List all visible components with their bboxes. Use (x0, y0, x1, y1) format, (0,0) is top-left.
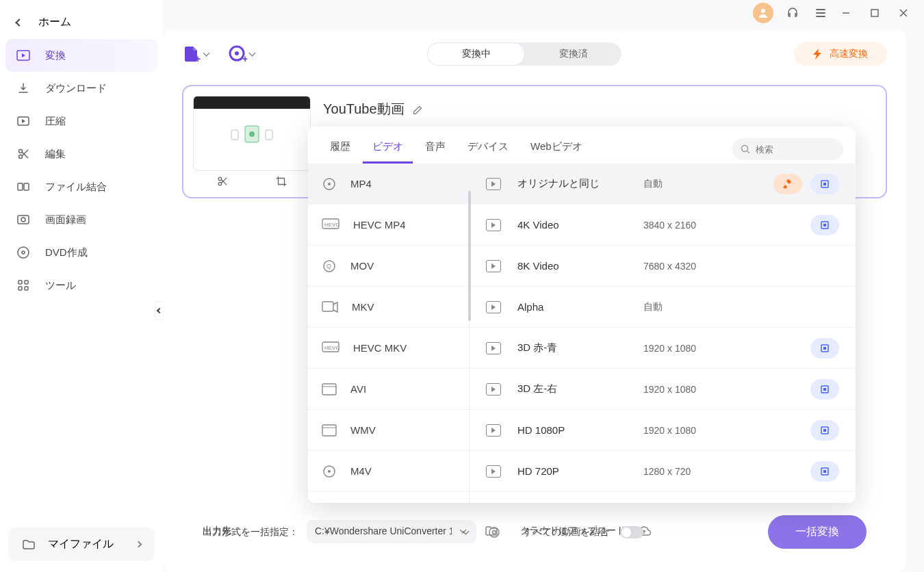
add-url-button[interactable]: + (228, 44, 255, 64)
format-row[interactable]: AVI (308, 369, 469, 410)
format-icon: HEVC (322, 341, 339, 355)
fast-convert-button[interactable]: 高速変換 (794, 42, 887, 66)
out-dir-select[interactable]: C:¥Wondershare UniConverter 1 (307, 520, 474, 542)
preset-resolution: 3840 x 2160 (643, 220, 732, 231)
preset-name: 3D 赤-青 (517, 341, 627, 354)
preset-row[interactable]: 3D 左-右1920 x 1080 (470, 369, 856, 410)
crop-icon[interactable] (275, 175, 287, 187)
video-play-icon (486, 219, 501, 231)
sidebar-item-label: 変換 (45, 49, 66, 62)
folder-icon (22, 538, 36, 551)
svg-rect-20 (871, 10, 878, 16)
user-avatar-icon[interactable] (753, 3, 773, 23)
format-row[interactable]: MKV (308, 287, 469, 328)
sidebar-item-label: 画面録画 (45, 213, 86, 226)
merge-toggle[interactable] (620, 526, 643, 538)
svg-point-51 (328, 470, 331, 473)
chevron-left-icon (157, 308, 162, 313)
preset-row[interactable]: HD 1080P1920 x 1080 (470, 410, 856, 451)
back-home-label: ホーム (38, 15, 71, 29)
video-play-icon (486, 342, 501, 354)
svg-rect-10 (18, 216, 29, 224)
scrollbar-thumb[interactable] (468, 191, 471, 321)
preset-name: HD 1080P (517, 424, 627, 436)
sidebar-item-edit[interactable]: 編集 (5, 138, 157, 170)
trim-icon[interactable] (216, 175, 229, 187)
hw-accel-badge-icon (810, 174, 839, 194)
merge-icon (16, 180, 30, 194)
dd-search[interactable] (732, 138, 843, 160)
format-row[interactable]: MP4 (308, 164, 469, 205)
format-label: MP4 (350, 178, 372, 190)
svg-rect-15 (25, 281, 28, 284)
svg-text:HEVC: HEVC (324, 345, 339, 351)
support-icon[interactable] (783, 3, 802, 23)
dd-tab-device[interactable]: デバイス (458, 135, 518, 164)
sidebar-item-record[interactable]: 画面録画 (5, 203, 157, 236)
video-play-icon (486, 301, 501, 313)
record-icon (16, 213, 30, 226)
window-maximize-button[interactable] (868, 6, 887, 20)
rename-icon[interactable] (411, 103, 424, 116)
preset-row[interactable]: 4K Video3840 x 2160 (470, 205, 856, 246)
out-dir-value: C:¥Wondershare UniConverter 1 (315, 525, 452, 536)
sidebar: ホーム 変換 ダウンロード 圧縮 編集 ファイル結合 画面録画 DVD作成 ツー… (0, 0, 163, 572)
dd-tab-video[interactable]: ビデオ (363, 135, 413, 164)
format-row[interactable]: WMV (308, 410, 469, 451)
svg-rect-48 (322, 425, 336, 436)
my-file-button[interactable]: マイファイル (8, 528, 155, 561)
search-icon (741, 144, 750, 154)
hw-accel-badge-icon (810, 379, 839, 400)
back-home[interactable]: ホーム (5, 5, 157, 39)
tab-converted[interactable]: 変換済 (525, 42, 621, 66)
video-thumbnail[interactable] (193, 96, 311, 171)
search-input[interactable] (756, 144, 831, 155)
dd-tab-history[interactable]: 履歴 (320, 135, 360, 164)
preset-resolution: 7680 x 4320 (643, 261, 732, 272)
video-play-icon (486, 424, 501, 437)
sidebar-item-compress[interactable]: 圧縮 (5, 105, 157, 138)
format-icon (322, 464, 337, 479)
preset-name: Alpha (517, 301, 627, 313)
svg-point-13 (22, 251, 25, 254)
preset-row[interactable]: オリジナルと同じ自動 (470, 164, 856, 205)
sidebar-item-convert[interactable]: 変換 (5, 39, 157, 72)
preset-row[interactable]: Alpha自動 (470, 287, 856, 328)
window-minimize-button[interactable] (839, 6, 858, 20)
dd-tab-web[interactable]: Webビデオ (521, 135, 592, 164)
format-row[interactable]: M4V (308, 451, 469, 492)
sidebar-item-label: ツール (45, 279, 76, 292)
svg-marker-3 (22, 119, 25, 123)
sidebar-item-label: ダウンロード (45, 82, 107, 95)
preset-row[interactable]: HD 720P1280 x 720 (470, 451, 856, 492)
footer: 出力形式を一括指定： MP4 すべての動画を結合 一括変換 出力先: C:¥Wo… (182, 503, 887, 560)
format-row[interactable]: HEVCHEVC MKV (308, 328, 469, 369)
open-folder-icon[interactable] (485, 524, 498, 538)
sidebar-item-merge[interactable]: ファイル結合 (5, 170, 157, 203)
tab-converting[interactable]: 変換中 (427, 42, 525, 66)
svg-rect-28 (266, 130, 272, 140)
sidebar-item-tools[interactable]: ツール (5, 269, 157, 302)
format-icon (322, 383, 337, 395)
format-label: HEVC MP4 (353, 219, 406, 231)
preset-name: 8K Video (517, 260, 627, 272)
thumb-toolbar (193, 171, 311, 187)
preset-row[interactable]: 3D 赤-青1920 x 1080 (470, 328, 856, 369)
format-label: M4V (350, 465, 372, 477)
preset-row[interactable]: 8K Video7680 x 4320 (470, 246, 856, 287)
format-row[interactable]: QMOV (308, 246, 469, 287)
sidebar-item-dvd[interactable]: DVD作成 (5, 236, 157, 269)
compress-icon (16, 114, 30, 128)
format-row[interactable]: HEVCHEVC MP4 (308, 205, 469, 246)
window-close-button[interactable] (897, 6, 916, 20)
dd-tab-audio[interactable]: 音声 (415, 135, 455, 164)
scissors-icon (16, 147, 30, 161)
batch-convert-button[interactable]: 一括変換 (768, 515, 867, 549)
sidebar-item-label: ファイル結合 (45, 181, 107, 194)
add-file-button[interactable]: + (182, 44, 209, 64)
svg-text:HEVC: HEVC (324, 222, 339, 228)
menu-icon[interactable] (812, 4, 830, 22)
sidebar-item-download[interactable]: ダウンロード (5, 72, 157, 105)
rocket-badge-icon (773, 174, 802, 194)
chevron-right-icon (136, 541, 142, 548)
